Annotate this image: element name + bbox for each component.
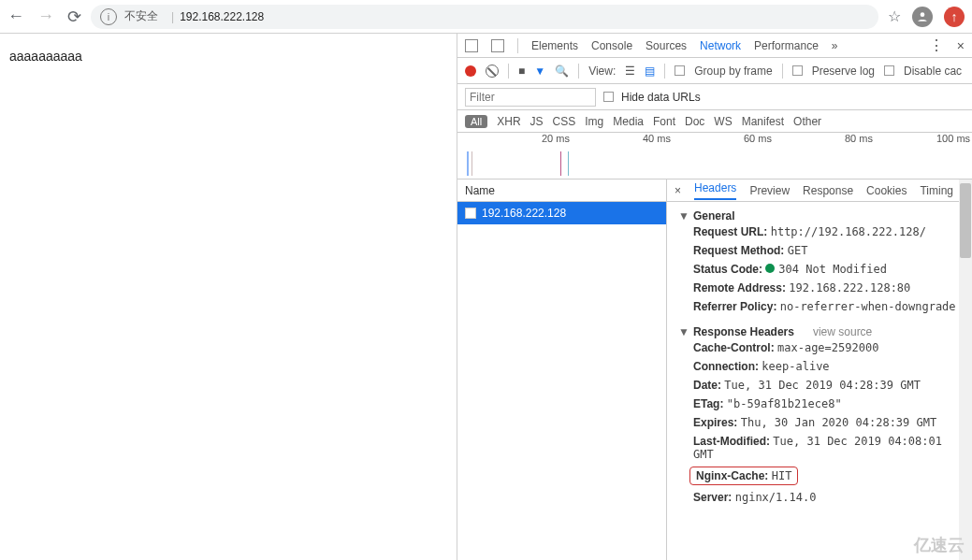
watermark: 亿速云 [914, 534, 965, 556]
disable-label: Disable cac [904, 65, 962, 78]
detail-tab-headers[interactable]: Headers [694, 181, 736, 200]
group-checkbox[interactable] [675, 65, 685, 76]
record-icon[interactable] [465, 65, 476, 77]
page-content: aaaaaaaaaa [0, 34, 457, 560]
devtools-close-icon[interactable]: × [957, 38, 965, 53]
tick-80: 80 ms [845, 133, 873, 144]
request-list: Name 192.168.222.128 [457, 179, 667, 560]
kv-remote: Remote Address: 192.168.222.128:80 [678, 279, 961, 297]
page-body-text: aaaaaaaaaa [9, 49, 82, 64]
timeline[interactable]: 20 ms 40 ms 60 ms 80 ms 100 ms [457, 133, 972, 179]
bookmark-icon[interactable]: ☆ [888, 7, 901, 25]
info-icon[interactable]: i [100, 8, 117, 25]
back-icon[interactable]: ← [7, 7, 24, 27]
filter-row: Hide data URLs [457, 84, 972, 110]
forward-icon[interactable]: → [37, 7, 54, 27]
hide-urls-checkbox[interactable] [603, 92, 614, 102]
clear-icon[interactable] [486, 65, 499, 78]
tick-100: 100 ms [936, 133, 970, 144]
more-tabs-icon[interactable]: » [832, 39, 838, 52]
type-manifest[interactable]: Manifest [742, 115, 784, 128]
type-img[interactable]: Img [585, 115, 603, 128]
timeline-marker-1 [560, 151, 561, 176]
chevron-down-icon: ▼ [678, 325, 689, 338]
filter-input[interactable] [465, 88, 596, 107]
view-source-link[interactable]: view source [813, 325, 872, 338]
kv-referrer: Referrer Policy: no-referrer-when-downgr… [678, 297, 961, 316]
detail-tab-preview[interactable]: Preview [749, 184, 790, 197]
view-label: View: [588, 65, 616, 78]
kv-response-header: Cache-Control: max-age=2592000 [678, 338, 961, 357]
kv-response-header: Nginx-Cache: HIT [678, 464, 961, 488]
kv-response-header: Connection: keep-alive [678, 357, 961, 376]
type-other[interactable]: Other [793, 115, 821, 128]
request-row[interactable]: 192.168.222.128 [457, 202, 666, 224]
section-response-headers[interactable]: ▼Response Headersview source [678, 325, 961, 338]
network-toolbar: ■ ▼ 🔍 View: ☰ ▤ Group by frame Preserve … [457, 58, 972, 84]
detail-tab-cookies[interactable]: Cookies [866, 184, 907, 197]
list-header-name[interactable]: Name [457, 179, 666, 202]
section-general[interactable]: ▼General [678, 209, 961, 223]
tab-performance[interactable]: Performance [754, 39, 819, 52]
devtools-tabs: Elements Console Sources Network Perform… [457, 34, 972, 58]
kv-response-header: Server: nginx/1.14.0 [678, 488, 961, 507]
close-detail-icon[interactable]: × [675, 184, 681, 197]
search-icon[interactable]: 🔍 [555, 65, 569, 78]
type-js[interactable]: JS [530, 115, 544, 128]
group-label: Group by frame [694, 65, 772, 78]
detail-tab-response[interactable]: Response [803, 184, 853, 197]
kv-response-header: ETag: "b-59af81b21ece8" [678, 395, 961, 413]
tab-console[interactable]: Console [591, 39, 632, 52]
scrollbar[interactable] [959, 179, 972, 560]
file-icon [465, 208, 476, 219]
status-dot-icon [765, 264, 775, 273]
insecure-label: 不安全 [124, 8, 158, 24]
scrollbar-thumb[interactable] [960, 183, 971, 258]
separator: | [171, 10, 174, 23]
preserve-label: Preserve log [812, 65, 875, 78]
type-xhr[interactable]: XHR [497, 115, 520, 128]
devtools-menu-icon[interactable]: ⋮ [929, 36, 944, 54]
kv-status: Status Code: 304 Not Modified [678, 260, 961, 279]
address-bar[interactable]: i 不安全 | 192.168.222.128 [91, 5, 878, 29]
tick-60: 60 ms [744, 133, 772, 144]
chevron-down-icon: ▼ [678, 209, 689, 223]
timeline-bar [467, 151, 472, 176]
type-ws[interactable]: WS [714, 115, 732, 128]
device-icon[interactable] [491, 39, 504, 52]
tab-elements[interactable]: Elements [531, 39, 578, 52]
devtools-panel: Elements Console Sources Network Perform… [457, 34, 972, 560]
kv-method: Request Method: GET [678, 241, 961, 260]
tick-40: 40 ms [643, 133, 671, 144]
browser-toolbar: ← → ⟳ i 不安全 | 192.168.222.128 ☆ ↑ [0, 0, 972, 34]
kv-response-header: Date: Tue, 31 Dec 2019 04:28:39 GMT [678, 376, 961, 395]
large-rows-icon[interactable]: ☰ [625, 65, 635, 78]
request-detail: × Headers Preview Response Cookies Timin… [667, 179, 972, 560]
tab-network[interactable]: Network [700, 39, 741, 52]
type-media[interactable]: Media [613, 115, 644, 128]
reload-icon[interactable]: ⟳ [67, 7, 81, 27]
detail-tab-timing[interactable]: Timing [920, 184, 953, 197]
kv-response-header: Last-Modified: Tue, 31 Dec 2019 04:08:01… [678, 432, 961, 464]
type-css[interactable]: CSS [553, 115, 576, 128]
inspect-icon[interactable] [465, 39, 478, 52]
svg-point-0 [921, 12, 925, 17]
preserve-checkbox[interactable] [792, 65, 803, 76]
waterfall-icon[interactable]: ▤ [645, 65, 655, 78]
kv-response-header: Expires: Thu, 30 Jan 2020 04:28:39 GMT [678, 413, 961, 432]
type-doc[interactable]: Doc [685, 115, 704, 128]
tab-sources[interactable]: Sources [646, 39, 687, 52]
type-font[interactable]: Font [653, 115, 675, 128]
tick-20: 20 ms [542, 133, 570, 144]
request-name: 192.168.222.128 [482, 207, 566, 220]
type-filter-row: All XHR JS CSS Img Media Font Doc WS Man… [457, 110, 972, 133]
profile-icon[interactable] [912, 7, 933, 27]
type-all[interactable]: All [465, 115, 487, 128]
hide-urls-label: Hide data URLs [621, 91, 701, 104]
url-text: 192.168.222.128 [180, 10, 264, 23]
camera-icon[interactable]: ■ [518, 65, 525, 78]
filter-toggle-icon[interactable]: ▼ [534, 65, 545, 78]
extension-icon[interactable]: ↑ [944, 7, 965, 27]
kv-request-url: Request URL: http://192.168.222.128/ [678, 223, 961, 241]
disable-checkbox[interactable] [884, 65, 894, 76]
